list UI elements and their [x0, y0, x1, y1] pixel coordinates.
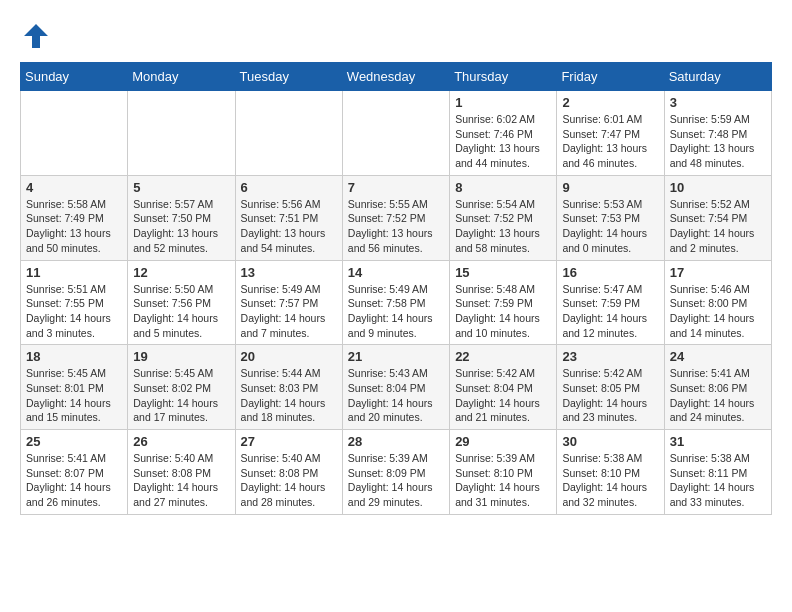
- week-row-1: 1Sunrise: 6:02 AM Sunset: 7:46 PM Daylig…: [21, 91, 772, 176]
- day-info: Sunrise: 5:52 AM Sunset: 7:54 PM Dayligh…: [670, 197, 766, 256]
- day-info: Sunrise: 5:41 AM Sunset: 8:06 PM Dayligh…: [670, 366, 766, 425]
- day-header-tuesday: Tuesday: [235, 63, 342, 91]
- day-info: Sunrise: 5:56 AM Sunset: 7:51 PM Dayligh…: [241, 197, 337, 256]
- day-info: Sunrise: 5:47 AM Sunset: 7:59 PM Dayligh…: [562, 282, 658, 341]
- calendar-cell: 31Sunrise: 5:38 AM Sunset: 8:11 PM Dayli…: [664, 430, 771, 515]
- day-number: 7: [348, 180, 444, 195]
- calendar-cell: 19Sunrise: 5:45 AM Sunset: 8:02 PM Dayli…: [128, 345, 235, 430]
- calendar-cell: 7Sunrise: 5:55 AM Sunset: 7:52 PM Daylig…: [342, 175, 449, 260]
- day-header-friday: Friday: [557, 63, 664, 91]
- week-row-4: 18Sunrise: 5:45 AM Sunset: 8:01 PM Dayli…: [21, 345, 772, 430]
- calendar-cell: [128, 91, 235, 176]
- day-info: Sunrise: 5:39 AM Sunset: 8:09 PM Dayligh…: [348, 451, 444, 510]
- day-number: 10: [670, 180, 766, 195]
- calendar-cell: 6Sunrise: 5:56 AM Sunset: 7:51 PM Daylig…: [235, 175, 342, 260]
- calendar-cell: 24Sunrise: 5:41 AM Sunset: 8:06 PM Dayli…: [664, 345, 771, 430]
- calendar-cell: [235, 91, 342, 176]
- calendar-cell: 30Sunrise: 5:38 AM Sunset: 8:10 PM Dayli…: [557, 430, 664, 515]
- day-number: 13: [241, 265, 337, 280]
- calendar-table: SundayMondayTuesdayWednesdayThursdayFrid…: [20, 62, 772, 515]
- day-number: 15: [455, 265, 551, 280]
- calendar-cell: 4Sunrise: 5:58 AM Sunset: 7:49 PM Daylig…: [21, 175, 128, 260]
- calendar-cell: 22Sunrise: 5:42 AM Sunset: 8:04 PM Dayli…: [450, 345, 557, 430]
- day-number: 18: [26, 349, 122, 364]
- calendar-cell: 27Sunrise: 5:40 AM Sunset: 8:08 PM Dayli…: [235, 430, 342, 515]
- day-number: 2: [562, 95, 658, 110]
- day-number: 6: [241, 180, 337, 195]
- calendar-cell: 21Sunrise: 5:43 AM Sunset: 8:04 PM Dayli…: [342, 345, 449, 430]
- logo: [20, 20, 56, 52]
- calendar-cell: 17Sunrise: 5:46 AM Sunset: 8:00 PM Dayli…: [664, 260, 771, 345]
- calendar-cell: 15Sunrise: 5:48 AM Sunset: 7:59 PM Dayli…: [450, 260, 557, 345]
- day-info: Sunrise: 5:54 AM Sunset: 7:52 PM Dayligh…: [455, 197, 551, 256]
- day-info: Sunrise: 5:59 AM Sunset: 7:48 PM Dayligh…: [670, 112, 766, 171]
- day-info: Sunrise: 5:57 AM Sunset: 7:50 PM Dayligh…: [133, 197, 229, 256]
- page-header: [20, 20, 772, 52]
- day-info: Sunrise: 5:38 AM Sunset: 8:11 PM Dayligh…: [670, 451, 766, 510]
- day-number: 23: [562, 349, 658, 364]
- calendar-cell: 23Sunrise: 5:42 AM Sunset: 8:05 PM Dayli…: [557, 345, 664, 430]
- day-info: Sunrise: 5:51 AM Sunset: 7:55 PM Dayligh…: [26, 282, 122, 341]
- day-number: 24: [670, 349, 766, 364]
- svg-marker-0: [24, 24, 48, 48]
- day-info: Sunrise: 5:58 AM Sunset: 7:49 PM Dayligh…: [26, 197, 122, 256]
- calendar-cell: 1Sunrise: 6:02 AM Sunset: 7:46 PM Daylig…: [450, 91, 557, 176]
- day-info: Sunrise: 5:45 AM Sunset: 8:01 PM Dayligh…: [26, 366, 122, 425]
- calendar-cell: 3Sunrise: 5:59 AM Sunset: 7:48 PM Daylig…: [664, 91, 771, 176]
- logo-icon: [20, 20, 52, 52]
- calendar-cell: 2Sunrise: 6:01 AM Sunset: 7:47 PM Daylig…: [557, 91, 664, 176]
- calendar-cell: 28Sunrise: 5:39 AM Sunset: 8:09 PM Dayli…: [342, 430, 449, 515]
- calendar-cell: 14Sunrise: 5:49 AM Sunset: 7:58 PM Dayli…: [342, 260, 449, 345]
- day-header-thursday: Thursday: [450, 63, 557, 91]
- day-number: 30: [562, 434, 658, 449]
- calendar-cell: 13Sunrise: 5:49 AM Sunset: 7:57 PM Dayli…: [235, 260, 342, 345]
- calendar-cell: 8Sunrise: 5:54 AM Sunset: 7:52 PM Daylig…: [450, 175, 557, 260]
- day-number: 5: [133, 180, 229, 195]
- day-header-sunday: Sunday: [21, 63, 128, 91]
- day-info: Sunrise: 5:50 AM Sunset: 7:56 PM Dayligh…: [133, 282, 229, 341]
- calendar-cell: 18Sunrise: 5:45 AM Sunset: 8:01 PM Dayli…: [21, 345, 128, 430]
- day-info: Sunrise: 5:40 AM Sunset: 8:08 PM Dayligh…: [241, 451, 337, 510]
- day-number: 26: [133, 434, 229, 449]
- calendar-cell: 10Sunrise: 5:52 AM Sunset: 7:54 PM Dayli…: [664, 175, 771, 260]
- day-info: Sunrise: 5:49 AM Sunset: 7:58 PM Dayligh…: [348, 282, 444, 341]
- day-number: 28: [348, 434, 444, 449]
- day-number: 3: [670, 95, 766, 110]
- calendar-cell: 11Sunrise: 5:51 AM Sunset: 7:55 PM Dayli…: [21, 260, 128, 345]
- calendar-cell: 25Sunrise: 5:41 AM Sunset: 8:07 PM Dayli…: [21, 430, 128, 515]
- day-info: Sunrise: 5:40 AM Sunset: 8:08 PM Dayligh…: [133, 451, 229, 510]
- calendar-cell: 12Sunrise: 5:50 AM Sunset: 7:56 PM Dayli…: [128, 260, 235, 345]
- day-info: Sunrise: 5:48 AM Sunset: 7:59 PM Dayligh…: [455, 282, 551, 341]
- day-number: 31: [670, 434, 766, 449]
- calendar-cell: [342, 91, 449, 176]
- day-info: Sunrise: 5:44 AM Sunset: 8:03 PM Dayligh…: [241, 366, 337, 425]
- calendar-cell: 5Sunrise: 5:57 AM Sunset: 7:50 PM Daylig…: [128, 175, 235, 260]
- calendar-cell: [21, 91, 128, 176]
- day-number: 19: [133, 349, 229, 364]
- day-number: 12: [133, 265, 229, 280]
- day-number: 21: [348, 349, 444, 364]
- day-info: Sunrise: 5:41 AM Sunset: 8:07 PM Dayligh…: [26, 451, 122, 510]
- week-row-2: 4Sunrise: 5:58 AM Sunset: 7:49 PM Daylig…: [21, 175, 772, 260]
- day-number: 27: [241, 434, 337, 449]
- day-number: 14: [348, 265, 444, 280]
- day-info: Sunrise: 5:55 AM Sunset: 7:52 PM Dayligh…: [348, 197, 444, 256]
- header-row: SundayMondayTuesdayWednesdayThursdayFrid…: [21, 63, 772, 91]
- calendar-cell: 20Sunrise: 5:44 AM Sunset: 8:03 PM Dayli…: [235, 345, 342, 430]
- day-info: Sunrise: 6:02 AM Sunset: 7:46 PM Dayligh…: [455, 112, 551, 171]
- day-number: 17: [670, 265, 766, 280]
- day-info: Sunrise: 5:53 AM Sunset: 7:53 PM Dayligh…: [562, 197, 658, 256]
- day-number: 8: [455, 180, 551, 195]
- calendar-cell: 26Sunrise: 5:40 AM Sunset: 8:08 PM Dayli…: [128, 430, 235, 515]
- day-header-wednesday: Wednesday: [342, 63, 449, 91]
- day-info: Sunrise: 5:43 AM Sunset: 8:04 PM Dayligh…: [348, 366, 444, 425]
- day-info: Sunrise: 5:45 AM Sunset: 8:02 PM Dayligh…: [133, 366, 229, 425]
- day-info: Sunrise: 5:42 AM Sunset: 8:05 PM Dayligh…: [562, 366, 658, 425]
- week-row-5: 25Sunrise: 5:41 AM Sunset: 8:07 PM Dayli…: [21, 430, 772, 515]
- day-number: 22: [455, 349, 551, 364]
- day-info: Sunrise: 5:49 AM Sunset: 7:57 PM Dayligh…: [241, 282, 337, 341]
- day-header-monday: Monday: [128, 63, 235, 91]
- calendar-cell: 29Sunrise: 5:39 AM Sunset: 8:10 PM Dayli…: [450, 430, 557, 515]
- day-info: Sunrise: 5:39 AM Sunset: 8:10 PM Dayligh…: [455, 451, 551, 510]
- day-info: Sunrise: 5:42 AM Sunset: 8:04 PM Dayligh…: [455, 366, 551, 425]
